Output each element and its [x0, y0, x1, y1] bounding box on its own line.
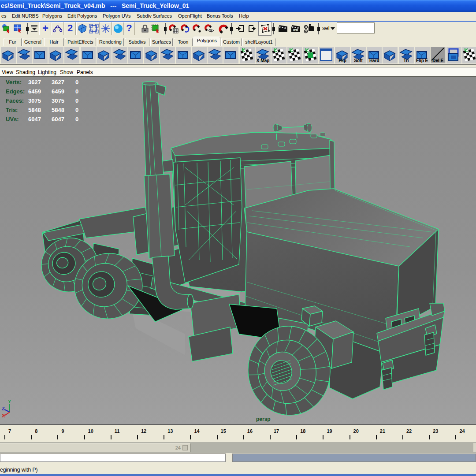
svg-text:Z: Z [2, 406, 5, 411]
svg-text:X: X [2, 413, 5, 418]
svg-text:Y: Y [8, 399, 11, 404]
svg-text:IPR: IPR [293, 29, 298, 32]
